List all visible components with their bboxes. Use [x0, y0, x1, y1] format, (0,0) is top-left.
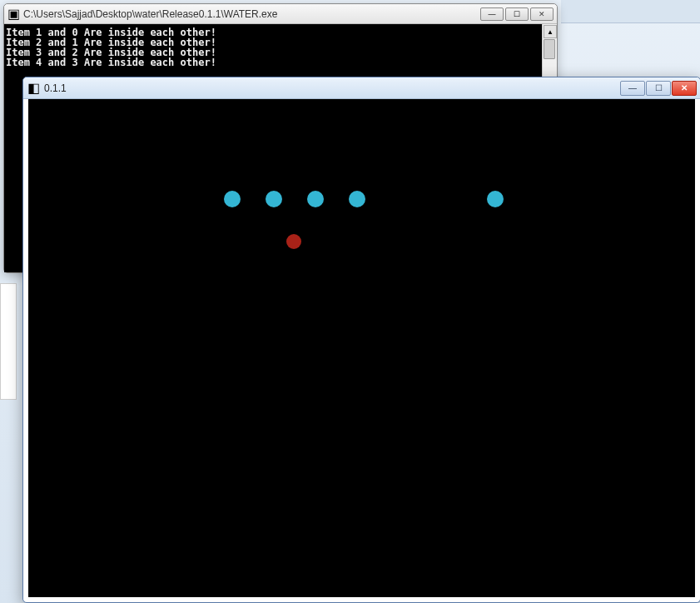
app-maximize-button[interactable]: ☐: [646, 81, 671, 96]
console-maximize-button[interactable]: ☐: [505, 7, 529, 21]
simulation-dot-0: [224, 191, 241, 207]
app-close-button[interactable]: ✕: [672, 81, 697, 96]
app-window-controls: — ☐ ✕: [620, 81, 697, 96]
console-close-button[interactable]: ✕: [530, 7, 554, 21]
app-minimize-button[interactable]: —: [620, 81, 645, 96]
simulation-dot-3: [349, 191, 365, 207]
app-icon: ◧: [27, 82, 40, 95]
scroll-thumb[interactable]: [544, 39, 555, 59]
simulation-dot-5: [286, 234, 301, 249]
simulation-dot-4: [487, 191, 504, 207]
console-title: C:\Users\Sajjad\Desktop\water\Release0.1…: [23, 8, 480, 20]
simulation-dot-1: [266, 191, 282, 207]
background-panel-side: [0, 283, 17, 400]
console-minimize-button[interactable]: —: [480, 7, 504, 21]
background-panel-top: [561, 0, 700, 23]
simulation-dot-2: [307, 191, 324, 207]
app-window: ◧ 0.1.1 — ☐ ✕: [22, 77, 700, 603]
scroll-up-button[interactable]: ▲: [544, 25, 557, 38]
app-canvas: [28, 99, 695, 597]
console-window-controls: — ☐ ✕: [480, 7, 554, 21]
app-titlebar[interactable]: ◧ 0.1.1 — ☐ ✕: [23, 77, 700, 99]
console-app-icon: ▣: [7, 8, 19, 20]
app-title: 0.1.1: [44, 82, 620, 94]
console-titlebar[interactable]: ▣ C:\Users\Sajjad\Desktop\water\Release0…: [4, 4, 557, 24]
